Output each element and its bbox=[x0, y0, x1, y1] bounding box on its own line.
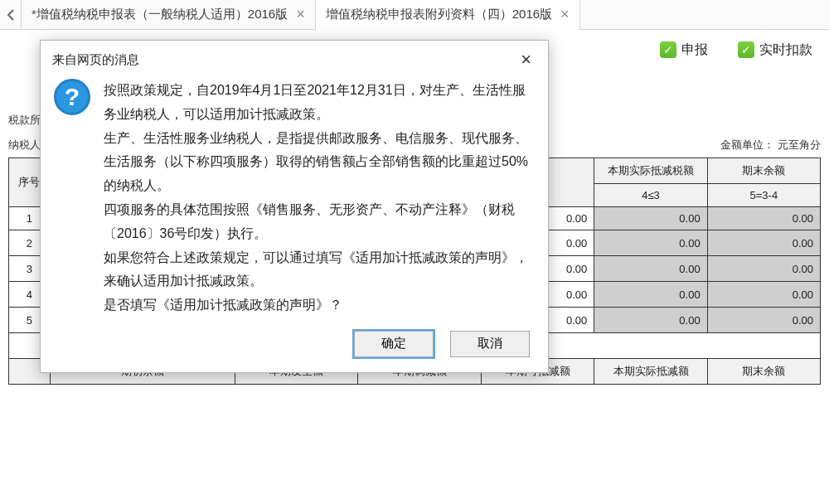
chevron-left-icon bbox=[7, 9, 15, 21]
tab-1[interactable]: 增值税纳税申报表附列资料（四）2016版 × bbox=[316, 0, 580, 30]
tax-period-label: 税款所 bbox=[8, 113, 41, 128]
check-icon: ✓ bbox=[660, 41, 676, 58]
cell-a3: 0.00 bbox=[707, 256, 820, 282]
th-actual: 本期实际抵减税额 bbox=[594, 158, 707, 184]
cell-a2: 0.00 bbox=[594, 308, 707, 333]
th-end: 期末余额 bbox=[707, 158, 820, 184]
dialog-header: 来自网页的消息 × bbox=[41, 41, 548, 70]
tabbar: *增值税纳税申报表（一般纳税人适用）2016版 × 增值税纳税申报表附列资料（四… bbox=[0, 0, 829, 30]
cell-a2: 0.00 bbox=[594, 256, 707, 282]
taxpayer-label: 纳税人 bbox=[8, 138, 41, 153]
t2c5: 期末余额 bbox=[707, 359, 820, 385]
report-button[interactable]: ✓ 申报 bbox=[653, 38, 715, 62]
question-icon: ? bbox=[54, 79, 90, 115]
tab-prev-button[interactable] bbox=[0, 0, 22, 30]
dialog-text: 按照政策规定，自2019年4月1日至2021年12月31日，对生产、生活性服务业… bbox=[104, 79, 531, 317]
realtime-label: 实时扣款 bbox=[759, 41, 812, 59]
cell-a3: 0.00 bbox=[707, 308, 820, 333]
dialog-body: ? 按照政策规定，自2019年4月1日至2021年12月31日，对生产、生活性服… bbox=[41, 70, 548, 324]
dialog-title: 来自网页的消息 bbox=[52, 52, 139, 68]
cancel-button[interactable]: 取消 bbox=[450, 331, 530, 357]
t2c4: 本期实际抵减额 bbox=[594, 359, 707, 385]
check-icon: ✓ bbox=[738, 41, 754, 58]
cell-a3: 0.00 bbox=[707, 230, 820, 256]
tab-0-label: *增值税纳税申报表（一般纳税人适用）2016版 bbox=[32, 7, 288, 22]
cell-a2: 0.00 bbox=[594, 282, 707, 308]
tab-1-label: 增值税纳税申报表附列资料（四）2016版 bbox=[326, 7, 552, 22]
th-sub-end: 5=3-4 bbox=[707, 184, 820, 207]
realtime-deduct-button[interactable]: ✓ 实时扣款 bbox=[731, 38, 819, 62]
amount-unit-label: 金额单位： 元至角分 bbox=[720, 138, 821, 153]
dialog-footer: 确定 取消 bbox=[41, 324, 548, 372]
cell-a3: 0.00 bbox=[707, 282, 820, 308]
tab-0[interactable]: *增值税纳税申报表（一般纳税人适用）2016版 × bbox=[22, 0, 316, 30]
confirm-dialog: 来自网页的消息 × ? 按照政策规定，自2019年4月1日至2021年12月31… bbox=[40, 40, 549, 373]
close-icon[interactable]: × bbox=[516, 49, 536, 70]
cell-a3: 0.00 bbox=[707, 207, 820, 230]
close-icon[interactable]: × bbox=[296, 6, 305, 23]
close-icon[interactable]: × bbox=[560, 6, 570, 23]
ok-button[interactable]: 确定 bbox=[354, 331, 434, 357]
report-label: 申报 bbox=[681, 41, 708, 59]
cell-a2: 0.00 bbox=[594, 207, 707, 230]
cell-a2: 0.00 bbox=[594, 230, 707, 256]
th-sub-actual: 4≤3 bbox=[594, 184, 707, 207]
